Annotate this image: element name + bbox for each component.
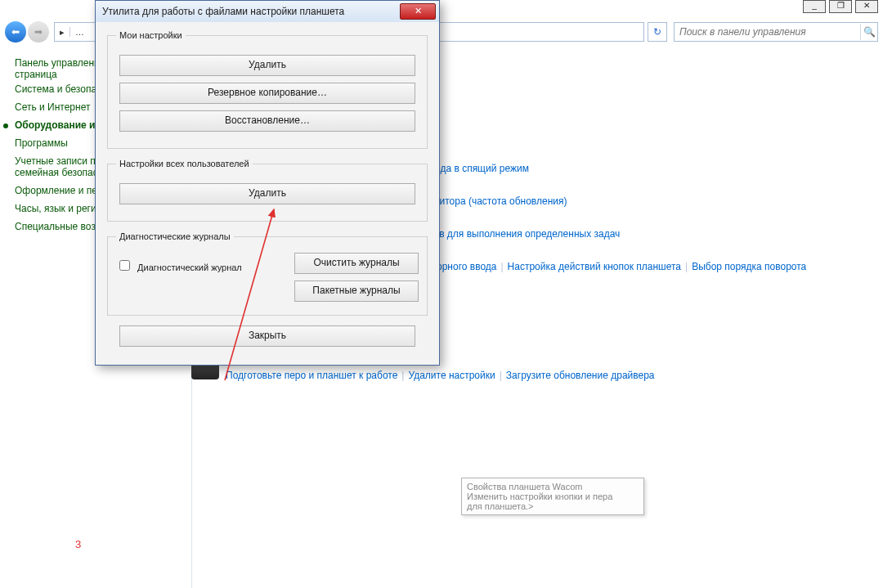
category-link[interactable]: Настройка действий кнопок планшета: [508, 261, 681, 272]
dialog-title: Утилита для работы с файлами настройки п…: [102, 6, 400, 17]
search-icon[interactable]: 🔍: [860, 24, 877, 40]
group-my-settings: Мои настройки Удалить Резервное копирова…: [107, 30, 428, 149]
restore-button[interactable]: Восстановление…: [119, 110, 415, 132]
tooltip-line: Изменить настройки кнопки и пера: [467, 491, 639, 501]
backup-button[interactable]: Резервное копирование…: [119, 83, 415, 104]
diagnostic-checkbox-text: Диагностический журнал: [137, 263, 242, 272]
group-legend: Мои настройки: [116, 30, 186, 40]
close-window-button[interactable]: ✕: [855, 0, 878, 13]
reload-button[interactable]: ↻: [648, 22, 667, 42]
category-link[interactable]: Загрузите обновление драйвера: [506, 370, 655, 381]
separator: |: [681, 261, 692, 272]
dialog-close-button[interactable]: ✕: [400, 3, 436, 20]
diagnostic-checkbox[interactable]: [119, 260, 130, 271]
breadcrumb-more: …: [69, 27, 89, 37]
category-links: Подготовьте перо и планшет к работе|Удал…: [226, 367, 655, 384]
delete-button[interactable]: Удалить: [119, 55, 415, 76]
category-link[interactable]: Удалите настройки: [408, 370, 495, 381]
clear-logs-button[interactable]: Очистить журналы: [294, 253, 419, 274]
separator: |: [496, 261, 507, 272]
group-all-users: Настройки всех пользователей Удалить: [107, 159, 428, 222]
group-legend: Настройки всех пользователей: [116, 159, 253, 168]
search-box[interactable]: 🔍: [674, 22, 878, 42]
tooltip: Свойства планшета Wacom Изменить настрой…: [461, 478, 644, 515]
diagnostic-checkbox-label[interactable]: Диагностический журнал: [116, 263, 242, 272]
back-button[interactable]: ⬅: [5, 21, 26, 43]
group-diagnostics: Диагностические журналы Диагностический …: [107, 231, 428, 316]
page-number: 3: [75, 538, 81, 550]
category-link[interactable]: Подготовьте перо и планшет к работе: [226, 370, 397, 381]
dialog-tablet-utility: Утилита для работы с файлами настройки п…: [95, 0, 440, 366]
group-legend: Диагностические журналы: [116, 231, 234, 241]
separator: |: [397, 370, 408, 381]
separator: |: [495, 370, 506, 381]
tooltip-line: Свойства планшета Wacom: [467, 482, 639, 491]
forward-button[interactable]: ➡: [28, 21, 49, 43]
breadcrumb-icon: ▸: [55, 27, 69, 38]
search-input[interactable]: [675, 26, 860, 38]
batch-logs-button[interactable]: Пакетные журналы: [294, 281, 419, 302]
dialog-titlebar[interactable]: Утилита для работы с файлами настройки п…: [96, 1, 439, 22]
close-dialog-button[interactable]: Закрыть: [119, 325, 415, 347]
delete-all-button[interactable]: Удалить: [119, 183, 415, 204]
tooltip-line: для планшета.>: [467, 501, 639, 511]
maximize-button[interactable]: ❐: [829, 0, 852, 13]
minimize-button[interactable]: _: [803, 0, 826, 13]
